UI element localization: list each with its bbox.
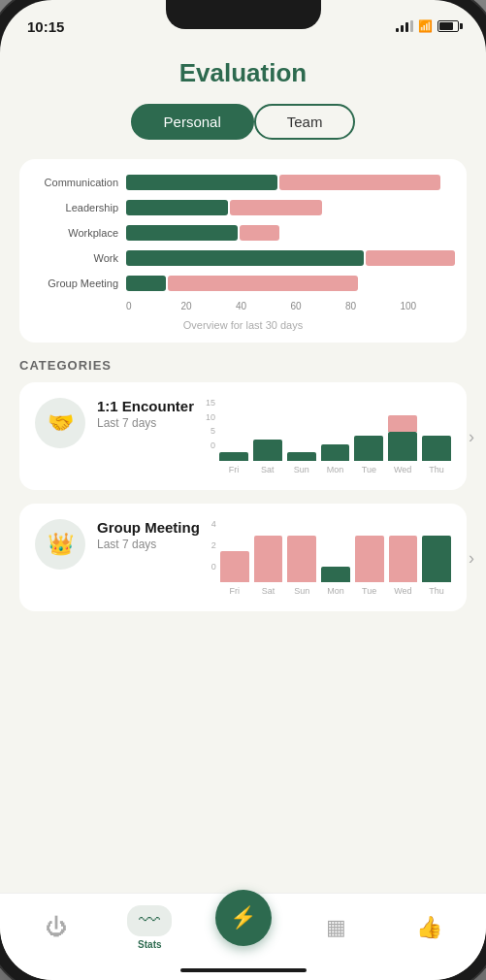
groupmeeting-bar-mon: [321, 567, 350, 582]
bar-container-workplace: [126, 225, 455, 241]
bar-container-communication: [126, 175, 455, 190]
home-indicator: [180, 968, 307, 972]
encounter-x-tue: Tue: [354, 465, 383, 474]
groupmeeting-x-axis: Fri Sat Sun Mon Tue Wed Thu: [220, 586, 451, 596]
bottom-nav: ⏻ 〰 Stats ⚡ ▦ 👍: [0, 893, 486, 980]
groupmeeting-name: Group Meeting: [97, 519, 200, 536]
groupmeeting-period: Last 7 days: [97, 538, 200, 551]
tab-personal[interactable]: Personal: [131, 104, 254, 140]
x-axis-100: 100: [401, 301, 456, 311]
bar-label-workplace: Workplace: [31, 227, 118, 239]
phone-notch: [166, 0, 321, 29]
phone-frame: 10:15 📶 Evaluation Personal Team: [0, 0, 486, 980]
tab-team[interactable]: Team: [254, 104, 356, 140]
bar-label-groupmeeting: Group Meeting: [31, 278, 118, 289]
bar-container-leadership: [126, 200, 455, 215]
status-icons: 📶: [396, 19, 459, 33]
stats-icon: 〰: [127, 905, 172, 936]
x-axis-0: 0: [126, 301, 181, 311]
encounter-icon: 🤝: [35, 398, 85, 448]
groupmeeting-bar-sat: [254, 536, 283, 582]
bar-row-work: Work: [31, 250, 455, 266]
encounter-y-15: 15: [206, 398, 215, 408]
tab-bar: Personal Team: [19, 104, 467, 140]
page-title: Evaluation: [19, 58, 467, 88]
category-card-groupmeeting[interactable]: 👑 Group Meeting Last 7 days 4 2 0: [19, 504, 467, 611]
calendar-icon: ▦: [326, 915, 346, 940]
power-icon: ⏻: [46, 915, 67, 940]
groupmeeting-x-mon: Mon: [321, 586, 350, 596]
bar-container-work: [126, 250, 455, 266]
screen-content: Evaluation Personal Team Communication: [0, 43, 486, 893]
groupmeeting-chart-wrapper: 4 2 0: [211, 519, 451, 596]
nav-item-home[interactable]: ⏻: [10, 915, 103, 940]
groupmeeting-x-tue: Tue: [355, 586, 384, 596]
groupmeeting-mini-bars: [220, 519, 451, 582]
encounter-bar-sun: [287, 452, 316, 461]
encounter-y-0: 0: [206, 441, 215, 450]
bar-label-work: Work: [31, 252, 118, 264]
groupmeeting-bar-thu: [422, 536, 451, 582]
encounter-period: Last 7 days: [97, 416, 194, 430]
encounter-x-thu: Thu: [422, 465, 451, 474]
encounter-x-sun: Sun: [287, 465, 316, 474]
x-axis-40: 40: [236, 301, 291, 311]
status-time: 10:15: [27, 18, 64, 35]
encounter-bar-fri: [219, 452, 248, 461]
lightning-icon: ⚡: [230, 905, 256, 931]
groupmeeting-y-2: 2: [211, 540, 216, 550]
encounter-bar-thu: [422, 436, 451, 461]
nav-item-like[interactable]: 👍: [383, 915, 476, 940]
encounter-mini-bars: [219, 398, 451, 461]
encounter-name: 1:1 Encounter: [97, 398, 194, 414]
groupmeeting-bar-wed: [389, 536, 418, 582]
x-axis-80: 80: [345, 301, 401, 311]
encounter-y-10: 10: [206, 412, 215, 422]
nav-item-calendar[interactable]: ▦: [290, 915, 383, 940]
encounter-x-mon: Mon: [321, 465, 350, 474]
encounter-bar-sat: [253, 440, 282, 461]
groupmeeting-icon: 👑: [35, 519, 85, 570]
groupmeeting-x-thu: Thu: [422, 586, 451, 596]
nav-item-stats[interactable]: 〰 Stats: [103, 905, 196, 950]
wifi-icon: 📶: [418, 19, 433, 33]
x-axis: 0 20 40 60 80 100: [126, 301, 455, 315]
encounter-x-fri: Fri: [219, 465, 248, 474]
encounter-bar-tue: [354, 436, 383, 461]
encounter-info: 1:1 Encounter Last 7 days: [97, 398, 194, 430]
groupmeeting-x-sat: Sat: [254, 586, 283, 596]
groupmeeting-x-sun: Sun: [287, 586, 316, 596]
section-title-categories: CATEGORIES: [19, 358, 467, 373]
bar-container-groupmeeting: [126, 276, 455, 291]
nav-label-stats: Stats: [138, 939, 161, 950]
groupmeeting-x-wed: Wed: [389, 586, 418, 596]
bar-label-communication: Communication: [31, 177, 118, 188]
groupmeeting-info: Group Meeting Last 7 days: [97, 519, 200, 551]
center-button[interactable]: ⚡: [215, 890, 272, 946]
battery-icon: [437, 20, 459, 32]
bar-row-groupmeeting: Group Meeting: [31, 276, 455, 291]
category-card-encounter[interactable]: 🤝 1:1 Encounter Last 7 days 15 10 5 0: [19, 382, 467, 490]
groupmeeting-bar-sun: [287, 536, 316, 582]
nav-item-center[interactable]: ⚡: [196, 909, 289, 946]
bar-row-workplace: Workplace: [31, 225, 455, 241]
chart-subtitle: Overview for last 30 days: [31, 319, 455, 331]
groupmeeting-y-4: 4: [211, 519, 216, 529]
overview-chart: Communication Leadership Wor: [19, 159, 467, 343]
encounter-bar-mon: [321, 444, 350, 461]
signal-icon: [396, 20, 413, 32]
thumbsup-icon: 👍: [416, 915, 442, 940]
encounter-chevron-icon: ›: [469, 426, 474, 446]
groupmeeting-x-fri: Fri: [220, 586, 249, 596]
groupmeeting-bar-fri: [220, 551, 249, 582]
encounter-x-sat: Sat: [253, 465, 282, 474]
groupmeeting-y-0: 0: [211, 562, 216, 572]
bar-row-communication: Communication: [31, 175, 455, 190]
bar-label-leadership: Leadership: [31, 202, 118, 213]
groupmeeting-chevron-icon: ›: [469, 547, 474, 568]
encounter-y-5: 5: [206, 426, 215, 436]
x-axis-20: 20: [181, 301, 237, 311]
groupmeeting-bar-tue: [355, 536, 384, 582]
encounter-x-axis: Fri Sat Sun Mon Tue Wed Thu: [219, 465, 451, 474]
x-axis-60: 60: [291, 301, 346, 311]
